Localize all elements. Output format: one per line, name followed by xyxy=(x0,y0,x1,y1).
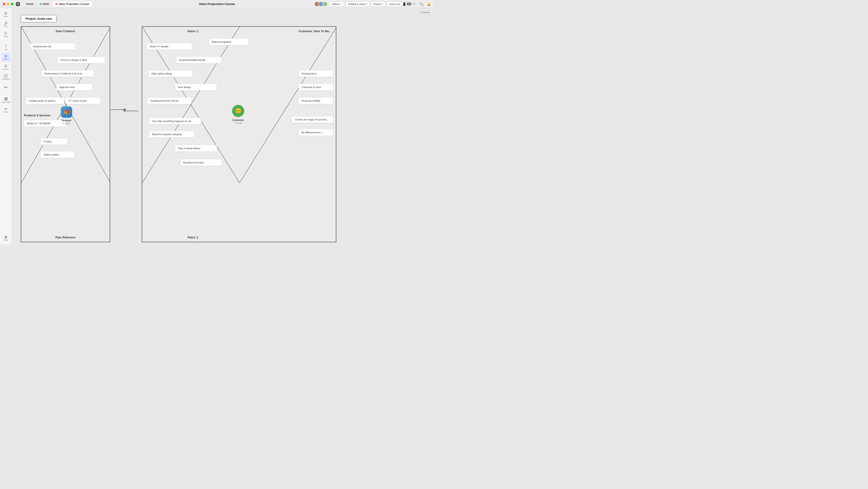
product-box: Gain Creators Pain Relievers Products & … xyxy=(21,26,110,242)
main-layout: ☰ Note 🔗 Link ☑ To-do / Line ⊞ Board ☰ C… xyxy=(0,8,434,244)
work-tab-dot xyxy=(40,3,41,5)
more-icon: ••• xyxy=(4,85,7,89)
card-personal-mobility[interactable]: Personal mobility xyxy=(299,97,334,104)
tab-home[interactable]: Home xyxy=(24,2,36,6)
pains-label: Pains :( xyxy=(187,236,198,239)
export-button[interactable]: Export ▾ xyxy=(371,2,385,6)
sidebar-separator-1 xyxy=(3,41,9,41)
sidebar-item-note[interactable]: ☰ Note xyxy=(1,10,10,19)
app-icon: M xyxy=(16,2,20,6)
window-controls xyxy=(3,3,13,5)
editors-avatars xyxy=(315,2,328,6)
tab-bar: Home Work Value Proposition Canvas xyxy=(24,2,92,6)
card-autonomous-car[interactable]: Autonomous car xyxy=(30,43,75,50)
sidebar-item-comment[interactable]: 💬 Comment xyxy=(1,73,10,82)
draw-icon: ✏ xyxy=(4,107,7,111)
product-icon-symbol: 🎁 xyxy=(64,109,69,115)
card-compliments[interactable]: Compliments from friends xyxy=(147,97,191,104)
canvas-area[interactable]: Project: Acme cars 0 Unsorted Gain Creat… xyxy=(12,8,434,244)
card-seats-4-7[interactable]: Seats 4-7 people xyxy=(147,43,192,50)
export-chevron-icon: ▾ xyxy=(382,3,383,5)
card-commute[interactable]: Commute to work xyxy=(299,84,334,91)
canvas-tab-dot xyxy=(55,3,57,5)
card-high-tech[interactable]: High-tech feel xyxy=(56,84,93,91)
product-icon[interactable]: 🎁 xyxy=(61,107,72,118)
card-limited-range[interactable]: Limited range of options xyxy=(26,97,64,104)
tab-canvas[interactable]: Value Proposition Canvas xyxy=(53,2,92,6)
sidebar-bottom: 🗑 Trash xyxy=(1,234,10,243)
editors-chevron-icon: ▾ xyxy=(340,3,341,5)
zoom-out-button[interactable]: Zoom out xyxy=(387,2,402,6)
todo-icon: ☑ xyxy=(4,31,7,35)
home-tab-label: Home xyxy=(26,2,33,6)
sidebar-item-draw[interactable]: ✏ Draw xyxy=(1,106,10,115)
link-icon: 🔗 xyxy=(4,22,8,25)
product-icon-count: 0 cards xyxy=(56,122,77,125)
canvas-tab-label: Value Proposition Canvas xyxy=(58,2,89,6)
publish-share-button[interactable]: Publish & share ▾ xyxy=(346,2,370,6)
arrow-right: ▶ xyxy=(111,109,124,110)
svg-line-3 xyxy=(240,27,336,183)
board-icon: ⊞ xyxy=(4,54,7,58)
svg-line-1 xyxy=(21,27,110,183)
sidebar-item-column[interactable]: ☰ Column xyxy=(1,63,10,72)
sidebar-item-board[interactable]: ⊞ Board xyxy=(1,53,10,62)
card-dead-battery[interactable]: Fear of dead battery xyxy=(175,145,217,152)
card-frequent-charging[interactable]: Need for frequent charging xyxy=(149,131,194,138)
customer-icon[interactable]: 😊 xyxy=(232,105,244,117)
product-icon-label: Product xyxy=(56,119,77,122)
search-icon[interactable]: 🔍 xyxy=(418,1,424,7)
sidebar-item-more[interactable]: ••• xyxy=(1,83,10,92)
toolbar-right: Editors ▾ Publish & share ▾ Export ▾ Zoo… xyxy=(315,1,431,7)
card-performance[interactable]: Performance 0-100km/h 4.4s-6.2s xyxy=(41,70,94,77)
card-fear-something[interactable]: Fear that something happens to car xyxy=(149,118,201,124)
card-be-different[interactable]: Be different from c... xyxy=(299,129,334,136)
customer-icon-label: Customer xyxy=(227,119,249,121)
card-nice-design[interactable]: Nice design xyxy=(175,84,217,91)
add-image-icon: 🖼 xyxy=(4,97,7,101)
customer-icon-count: 0 cards xyxy=(227,122,249,124)
card-accident-harm[interactable]: Accident and harm xyxy=(180,159,222,166)
card-occasional[interactable]: Occasional lo... xyxy=(299,70,334,77)
help-icon[interactable]: ? xyxy=(411,1,417,7)
publish-chevron-icon: ▾ xyxy=(366,3,367,5)
sidebar-separator-2 xyxy=(3,93,9,94)
minimize-window-button[interactable] xyxy=(7,3,9,5)
sidebar: ☰ Note 🔗 Link ☑ To-do / Line ⊞ Board ☰ C… xyxy=(0,8,12,244)
card-high-safety[interactable]: High safety ratings xyxy=(149,70,193,77)
sidebar-item-todo[interactable]: ☑ To-do xyxy=(1,30,10,39)
unsorted-badge[interactable]: 0 Unsorted xyxy=(417,10,432,14)
svg-line-0 xyxy=(21,27,110,183)
card-convey-image[interactable]: Convey an image of success... xyxy=(292,116,334,123)
gain-creators-label: Gain Creators xyxy=(43,29,88,33)
card-touch-screen[interactable]: 17" touch screen xyxy=(65,97,100,104)
arrow-left: ◀ xyxy=(125,111,138,111)
card-env-friendly[interactable]: Environmentally friendly xyxy=(176,57,221,63)
sidebar-item-trash[interactable]: 🗑 Trash xyxy=(1,234,10,243)
editors-button[interactable]: Editors ▾ xyxy=(329,2,344,6)
card-safety-system[interactable]: Safety system xyxy=(40,151,74,158)
customer-jobs-label: Customer Jobs To Be... xyxy=(299,29,331,33)
trash-icon: 🗑 xyxy=(4,235,7,239)
arrow-left-head: ◀ xyxy=(123,109,125,112)
pain-relievers-label: Pain Relievers xyxy=(43,236,88,239)
sidebar-item-link[interactable]: 🔗 Link xyxy=(1,20,10,29)
sidebar-item-line[interactable]: / Line xyxy=(1,43,10,52)
close-window-button[interactable] xyxy=(3,3,5,5)
work-tab-label: Work xyxy=(43,2,49,6)
card-5seats[interactable]: 5 seats xyxy=(40,138,68,145)
note-icon: ☰ xyxy=(4,11,7,15)
gains-label: Gains :) xyxy=(187,29,198,33)
sidebar-item-add-image[interactable]: 🖼 Add image xyxy=(1,95,10,105)
customer-icon-symbol: 😊 xyxy=(235,108,241,114)
card-focus-design[interactable]: Focus on design & style xyxy=(57,57,105,63)
avatar-3 xyxy=(322,2,328,6)
device-icon[interactable]: 📱20 xyxy=(404,1,410,7)
notifications-icon[interactable]: 🔔 xyxy=(426,1,431,7)
comment-icon: 💬 xyxy=(4,74,8,78)
tab-work[interactable]: Work xyxy=(37,2,52,6)
project-label[interactable]: Project: Acme cars xyxy=(21,15,57,22)
maximize-window-button[interactable] xyxy=(11,3,13,5)
card-brand-recognition[interactable]: Brand recognition xyxy=(209,38,249,45)
canvas-container: Gain Creators Pain Relievers Products & … xyxy=(21,26,432,242)
